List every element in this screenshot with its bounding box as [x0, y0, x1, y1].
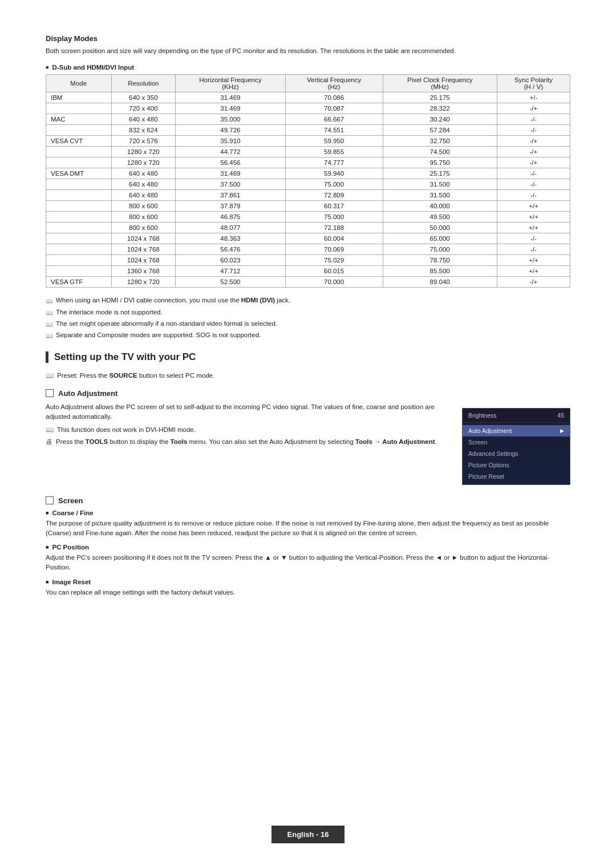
note-item: 📖When using an HDMI / DVI cable connecti… [46, 296, 570, 305]
table-cell: 720 x 576 [111, 136, 176, 147]
table-cell: -/+ [497, 277, 570, 288]
table-cell: 640 x 480 [111, 168, 176, 179]
col-sync-polarity: Sync Polarity(H / V) [497, 75, 570, 92]
table-cell: 31.500 [383, 190, 497, 201]
table-cell: 25.175 [383, 168, 497, 179]
table-cell: 1024 x 768 [111, 255, 176, 266]
table-cell: 70.087 [285, 103, 383, 114]
table-cell [46, 103, 112, 114]
dsub-hdmi-heading: D-Sub and HDMI/DVI Input [46, 64, 570, 71]
tv-menu-item: Picture Reset [463, 471, 570, 482]
tv-menu-item-label: Advanced Settings [468, 450, 518, 457]
table-cell: -/- [497, 244, 570, 255]
table-cell [46, 201, 112, 212]
table-cell: 31.469 [176, 168, 285, 179]
col-horiz-freq: Horizontal Frequency(KHz) [176, 75, 285, 92]
table-cell: 800 x 600 [111, 212, 176, 223]
table-cell: -/+ [497, 136, 570, 147]
table-cell: 40.000 [383, 201, 497, 212]
tv-menu-item-label: Auto Adjustment [468, 427, 512, 434]
table-cell: -/- [497, 168, 570, 179]
preset-note: 📖 Preset: Press the SOURCE button to sel… [46, 371, 570, 381]
tv-menu-item-label: Screen [468, 439, 487, 446]
pc-position-heading: PC Position [46, 544, 570, 551]
note-item: 📖Separate and Composite modes are suppor… [46, 330, 570, 340]
table-cell: 720 x 400 [111, 103, 176, 114]
screen-label: Screen [58, 496, 83, 505]
screen-heading: Screen [46, 496, 570, 505]
table-cell: 60.015 [285, 266, 383, 277]
table-cell: +/- [497, 92, 570, 103]
table-cell: -/- [497, 190, 570, 201]
table-cell: +/+ [497, 223, 570, 233]
image-reset-text: You can replace all image settings with … [46, 588, 570, 597]
table-cell [46, 179, 112, 190]
table-cell: 60.004 [285, 233, 383, 244]
table-cell: 89.040 [383, 277, 497, 288]
display-modes-notes: 📖When using an HDMI / DVI cable connecti… [46, 296, 570, 340]
table-cell: 60.317 [285, 201, 383, 212]
table-cell: 37.879 [176, 201, 285, 212]
tv-menu-item-label: Picture Reset [468, 473, 504, 480]
table-cell: 832 x 624 [111, 125, 176, 136]
col-pixel-clock: Pixel Clock Frequency(MHz) [383, 75, 497, 92]
auto-adjustment-text: Auto Adjustment allows the PC screen of … [46, 402, 451, 485]
table-cell: 56.476 [176, 244, 285, 255]
table-cell: 65.000 [383, 233, 497, 244]
table-cell: 46.875 [176, 212, 285, 223]
table-cell: 37.861 [176, 190, 285, 201]
table-cell: 1024 x 768 [111, 244, 176, 255]
table-cell: 59.855 [285, 147, 383, 157]
table-cell: VESA DMT [46, 168, 112, 179]
tv-menu-item: Advanced Settings [463, 448, 570, 459]
table-cell: VESA CVT [46, 136, 112, 147]
table-cell: 66.667 [285, 114, 383, 125]
auto-adjustment-content: Auto Adjustment allows the PC screen of … [46, 402, 570, 485]
table-cell: -/+ [497, 157, 570, 168]
table-cell: 49.726 [176, 125, 285, 136]
tv-menu-items: Auto Adjustment▶ScreenAdvanced SettingsP… [463, 423, 570, 484]
table-cell: -/+ [497, 147, 570, 157]
table-cell: 72.188 [285, 223, 383, 233]
table-cell: 1280 x 720 [111, 157, 176, 168]
table-cell: 640 x 350 [111, 92, 176, 103]
table-cell: -/- [497, 125, 570, 136]
note-text: The set might operate abnormally if a no… [56, 319, 277, 329]
table-cell [46, 244, 112, 255]
table-cell: 48.077 [176, 223, 285, 233]
table-cell: -/- [497, 233, 570, 244]
preset-note-text: Preset: Press the SOURCE button to selec… [57, 371, 214, 381]
table-cell: 47.712 [176, 266, 285, 277]
display-modes-intro: Both screen position and size will vary … [46, 46, 570, 56]
col-mode: Mode [46, 75, 112, 92]
display-modes-title: Display Modes [46, 34, 570, 43]
tv-menu-item-label: Picture Options [468, 462, 509, 468]
auto-adjustment-heading: Auto Adjustment [46, 389, 570, 398]
table-cell: 70.086 [285, 92, 383, 103]
setting-up-tv-heading: Setting up the TV with your PC [46, 351, 570, 363]
note-icon: 📖 [46, 297, 52, 305]
coarse-fine-heading: Coarse / Fine [46, 510, 570, 516]
table-cell: 32.750 [383, 136, 497, 147]
table-cell: +/+ [497, 212, 570, 223]
table-cell: +/+ [497, 255, 570, 266]
image-reset-heading: Image Reset [46, 579, 570, 585]
table-cell [46, 212, 112, 223]
table-cell: +/+ [497, 266, 570, 277]
table-cell: 72.809 [285, 190, 383, 201]
note-icon: 📖 [46, 320, 52, 329]
table-cell: IBM [46, 92, 112, 103]
screen-subsection: Screen Coarse / Fine The purpose of pict… [46, 496, 570, 597]
table-cell: 800 x 600 [111, 201, 176, 212]
coarse-fine-text: The purpose of picture quality adjustmen… [46, 519, 570, 539]
footer: English - 16 [0, 820, 616, 849]
table-cell: 31.500 [383, 179, 497, 190]
table-cell: -/- [497, 114, 570, 125]
table-cell: 70.069 [285, 244, 383, 255]
table-cell: 35.000 [176, 114, 285, 125]
tv-menu-item: Auto Adjustment▶ [463, 425, 570, 436]
table-cell: 57.284 [383, 125, 497, 136]
table-cell [46, 266, 112, 277]
table-cell: 75.000 [285, 212, 383, 223]
tv-menu-item: Picture Options [463, 459, 570, 471]
